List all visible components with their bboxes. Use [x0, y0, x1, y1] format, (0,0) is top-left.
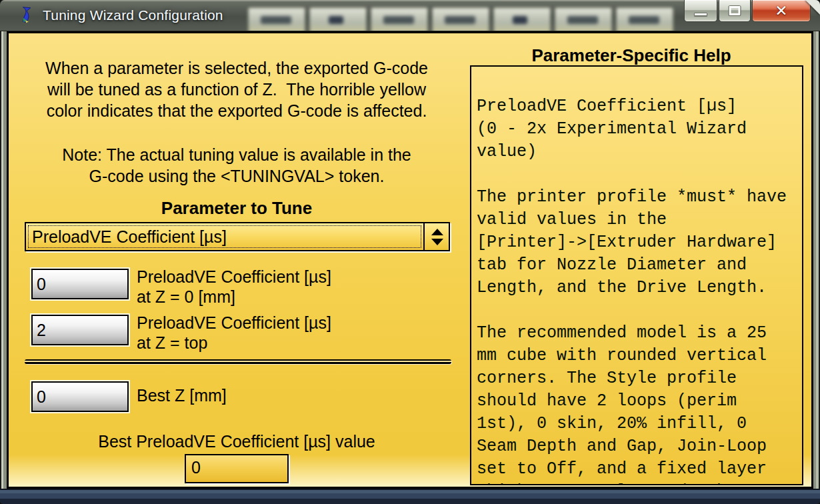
- parameter-select-valuearea[interactable]: PreloadVE Coefficient [µs]: [26, 223, 425, 250]
- window-title: Tuning Wizard Configuration: [43, 7, 223, 23]
- ghost-tab: [432, 7, 489, 31]
- note-text: Note: The actual tuning value is availab…: [18, 144, 455, 187]
- coef-at-ztop-input[interactable]: [31, 315, 129, 345]
- best-z-input[interactable]: [31, 381, 129, 412]
- parameter-to-tune-heading: Parameter to Tune: [18, 198, 455, 219]
- ghost-tab: [371, 7, 428, 31]
- ghost-tab: [555, 7, 612, 31]
- ghost-tab: [616, 7, 673, 31]
- window-frame-left: [0, 31, 7, 489]
- glass-reflection-strip: [248, 7, 681, 31]
- best-value-label: Best PreloadVE Coefficient [µs] value: [18, 432, 455, 451]
- ghost-tab: [248, 7, 305, 31]
- separator-line: [25, 359, 451, 364]
- maximize-icon: [729, 6, 741, 15]
- intro-text: When a parameter is selected, the export…: [18, 57, 455, 121]
- window-frame-right: [813, 31, 820, 489]
- coef-at-z0-input[interactable]: [31, 269, 129, 299]
- ghost-tab: [493, 7, 551, 31]
- maximize-button[interactable]: [719, 0, 751, 22]
- tuning-wizard-window: Tuning Wizard Configuration ✕: [0, 0, 820, 504]
- close-button[interactable]: ✕: [752, 0, 811, 22]
- app-icon: [17, 5, 37, 25]
- close-icon: ✕: [775, 2, 787, 20]
- best-value-display: 0: [185, 454, 289, 483]
- best-z-label: Best Z [mm]: [137, 385, 227, 405]
- dialog-background: When a parameter is selected, the export…: [9, 33, 811, 487]
- help-panel-heading: Parameter-Specific Help: [459, 45, 803, 66]
- minimize-icon: [694, 13, 707, 16]
- coef-at-z0-label: PreloadVE Coefficient [µs] at Z = 0 [mm]: [137, 267, 331, 307]
- page-curl-decoration: [805, 0, 820, 15]
- help-panel: PreloadVE Coefficient [µs] (0 - 2x Exper…: [470, 65, 803, 485]
- window-frame-bottom: [0, 489, 820, 504]
- parameter-select-value: PreloadVE Coefficient [µs]: [32, 227, 227, 247]
- minimize-button[interactable]: [684, 0, 717, 22]
- coef-at-ztop-label: PreloadVE Coefficient [µs] at Z = top: [137, 313, 331, 353]
- parameter-select-spinner[interactable]: [426, 223, 449, 250]
- dialog-client-area: When a parameter is selected, the export…: [7, 31, 813, 489]
- up-arrow-icon: [431, 229, 443, 235]
- help-text: PreloadVE Coefficient [µs] (0 - 2x Exper…: [471, 67, 802, 485]
- down-arrow-icon: [431, 239, 443, 245]
- caption-buttons: ✕: [683, 0, 811, 23]
- titlebar[interactable]: Tuning Wizard Configuration ✕: [0, 0, 820, 31]
- ghost-tab: [309, 7, 367, 31]
- parameter-select[interactable]: PreloadVE Coefficient [µs]: [25, 222, 450, 251]
